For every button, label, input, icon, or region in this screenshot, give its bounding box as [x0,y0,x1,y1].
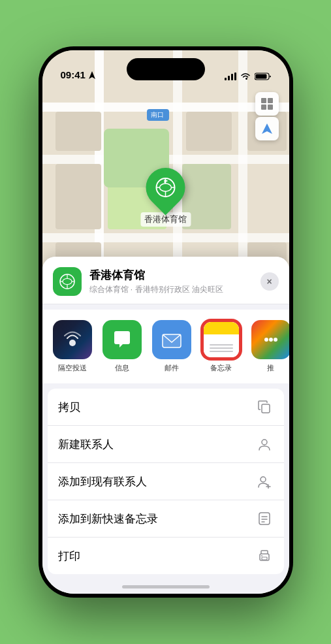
svg-point-40 [261,555,262,556]
add-notes-label: 添加到新快速备忘录 [58,511,158,526]
south-gate-label: 南口 [147,109,169,121]
share-row: 隔空投送 信息 [42,310,289,383]
dynamic-island [127,58,205,80]
notes-icon [202,320,241,359]
svg-rect-9 [165,180,166,183]
location-arrow-icon [89,71,95,79]
signal-bars-icon [225,72,236,80]
map-controls[interactable] [255,92,279,140]
bottom-sheet: 香港体育馆 综合体育馆 · 香港特别行政区 油尖旺区 × 隔空投送 [42,257,289,594]
stadium-icon [154,176,178,199]
location-logo-icon [58,272,76,291]
action-copy[interactable]: 拷贝 [48,389,284,426]
add-notes-icon [255,509,274,528]
svg-marker-10 [165,180,168,182]
phone-screen: 09:41 [42,50,289,594]
airdrop-label: 隔空投送 [58,363,87,373]
svg-point-18 [63,279,72,285]
more-label: 推 [267,363,274,373]
add-existing-icon [255,472,274,491]
action-add-existing[interactable]: 添加到现有联系人 [48,463,284,500]
share-airdrop[interactable]: 隔空投送 [53,320,92,373]
svg-point-4 [160,184,172,191]
wifi-icon [240,72,251,80]
copy-label: 拷贝 [58,400,80,415]
map-type-icon [260,97,274,110]
share-message[interactable]: 信息 [102,320,142,373]
status-time: 09:41 [61,69,95,80]
svg-point-27 [269,338,273,342]
message-label: 信息 [115,363,129,373]
svg-rect-13 [268,98,273,103]
map-type-button[interactable] [255,92,279,116]
phone-frame: 09:41 [39,46,293,598]
airdrop-symbol [61,329,84,351]
svg-rect-12 [261,98,266,103]
svg-rect-2 [255,74,266,79]
stadium-marker: 香港体育馆 [140,168,191,227]
svg-rect-14 [261,105,266,110]
location-header: 香港体育馆 综合体育馆 · 香港特别行政区 油尖旺区 × [42,257,289,304]
location-info: 香港体育馆 综合体育馆 · 香港特别行政区 油尖旺区 [89,268,253,295]
mail-symbol [160,328,183,351]
svg-rect-29 [262,404,270,413]
message-icon [102,320,142,359]
location-logo [53,267,82,296]
new-contact-icon [255,435,274,453]
location-name: 香港体育馆 [89,268,253,283]
person-plus-symbol [257,474,272,489]
svg-point-23 [69,340,76,346]
close-button[interactable]: × [260,272,279,291]
copy-symbol [257,400,272,414]
location-arrow-icon [261,123,273,135]
svg-point-28 [274,338,277,342]
airdrop-icon [53,320,92,359]
svg-marker-16 [262,123,272,134]
home-indicator [122,585,210,588]
share-notes[interactable]: 备忘录 [202,320,241,373]
more-icon [251,320,289,359]
location-subtitle: 综合体育馆 · 香港特别行政区 油尖旺区 [89,284,253,295]
note-symbol [257,511,272,526]
svg-rect-39 [262,557,267,560]
message-symbol [110,328,134,351]
status-icons [225,72,271,80]
battery-icon [255,72,271,80]
print-label: 打印 [58,549,80,564]
action-print[interactable]: 打印 [48,538,284,574]
action-new-contact[interactable]: 新建联系人 [48,426,284,463]
svg-marker-0 [89,71,95,79]
mail-icon [152,320,191,359]
person-symbol [257,437,272,451]
svg-point-30 [262,440,267,445]
mail-label: 邮件 [165,363,179,373]
share-more[interactable]: 推 [251,320,289,373]
location-button[interactable] [255,117,279,140]
more-dots-symbol [261,330,281,349]
share-mail[interactable]: 邮件 [152,320,191,373]
add-existing-label: 添加到现有联系人 [58,474,147,489]
copy-icon [255,398,274,416]
action-list: 拷贝 新建联系人 [48,389,284,574]
svg-rect-34 [259,513,270,524]
svg-rect-15 [268,105,273,110]
print-symbol [257,549,272,563]
svg-point-31 [260,477,266,482]
new-contact-label: 新建联系人 [58,437,114,452]
notes-label: 备忘录 [210,363,232,373]
svg-point-26 [264,338,268,342]
print-icon [255,547,274,565]
notes-inner [204,322,239,357]
action-add-notes[interactable]: 添加到新快速备忘录 [48,500,284,538]
stadium-pin [138,160,193,216]
